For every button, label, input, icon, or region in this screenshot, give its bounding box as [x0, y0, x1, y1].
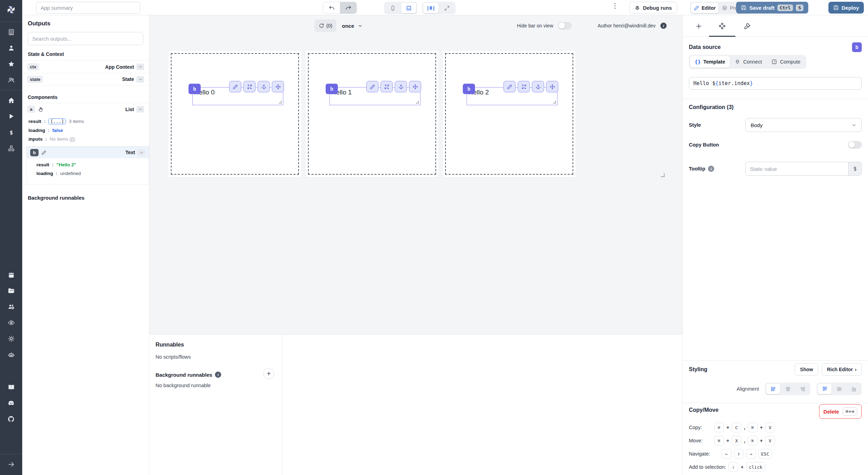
align-bottom-icon[interactable] [847, 384, 861, 394]
chevron-up-icon[interactable] [136, 106, 144, 112]
search-outputs-input[interactable] [28, 32, 143, 45]
expand-icon[interactable] [381, 81, 393, 92]
pencil-icon[interactable] [41, 150, 47, 155]
components-title: Components [22, 94, 149, 100]
rail-audit-icon[interactable] [0, 315, 22, 331]
template-tab[interactable]: {} Template [690, 56, 730, 68]
rich-editor-button[interactable]: Rich Editor › [822, 363, 862, 376]
component-id-badge[interactable]: b [189, 84, 201, 94]
center-content-button[interactable]: |0| [423, 3, 439, 13]
anchor-icon[interactable] [258, 81, 270, 92]
insert-component-tab[interactable] [689, 20, 708, 32]
rail-workspace-icon[interactable] [0, 24, 22, 40]
rail-schedules-icon[interactable] [0, 267, 22, 283]
rail-variables-icon[interactable]: $ [0, 124, 22, 140]
rail-users-group-icon[interactable] [0, 72, 22, 88]
chevron-down-icon[interactable] [136, 76, 144, 83]
desktop-view-button[interactable] [401, 3, 416, 13]
horizontal-align-group [765, 383, 810, 395]
align-left-icon[interactable] [766, 384, 780, 394]
selected-text-component[interactable]: Hello 1 b [329, 87, 420, 105]
fullwidth-button[interactable] [439, 3, 454, 13]
anchor-icon[interactable] [532, 81, 544, 92]
hide-bar-toggle[interactable] [558, 22, 572, 30]
rail-docs-book-icon[interactable] [0, 379, 22, 395]
refresh-mode-dropdown[interactable]: once [342, 19, 363, 32]
rail-expand-arrow-icon[interactable] [0, 456, 22, 472]
resize-handle[interactable] [553, 101, 556, 103]
editor-tab[interactable]: Editor [691, 3, 718, 13]
rail-settings-gear-icon[interactable] [0, 331, 22, 347]
debug-runs-button[interactable]: Debug runs [629, 2, 677, 14]
save-draft-button[interactable]: Save draft Ctrl S [736, 2, 808, 14]
canvas-resize-handle[interactable] [661, 173, 665, 177]
chevron-down-icon[interactable] [136, 64, 144, 70]
template-expression-input[interactable]: Hello ${iter.index} [689, 77, 862, 90]
list-item-card[interactable]: Hello 2 b [442, 50, 576, 177]
connect-tab[interactable]: Connect [730, 56, 767, 68]
state-row[interactable]: state State [22, 73, 149, 85]
component-b-badge: b [30, 149, 39, 156]
resize-handle[interactable] [279, 101, 282, 103]
undo-button[interactable] [323, 2, 340, 14]
component-a-row[interactable]: a List [22, 103, 149, 115]
compute-tab[interactable]: f Compute [767, 56, 805, 68]
component-id-badge[interactable]: b [326, 84, 338, 94]
rail-star-icon[interactable] [0, 56, 22, 72]
rail-user-icon[interactable] [0, 40, 22, 56]
tooltip-input[interactable] [746, 162, 848, 175]
info-icon[interactable]: i [660, 23, 667, 29]
list-item-card[interactable]: Hello 1 b [305, 50, 439, 177]
list-item-card[interactable]: Hello 0 b [168, 50, 302, 177]
mobile-view-button[interactable] [385, 3, 400, 13]
ctx-row[interactable]: ctx App Context [22, 60, 149, 73]
connect-value-button[interactable]: $ [848, 162, 861, 175]
more-menu[interactable]: ⋮ [612, 2, 617, 10]
anchor-icon[interactable] [395, 81, 407, 92]
expand-icon[interactable] [243, 81, 256, 92]
rail-github-icon[interactable] [0, 411, 22, 427]
windmill-logo-icon[interactable] [0, 0, 22, 19]
selected-text-component[interactable]: Hello 0 b [192, 87, 283, 105]
rail-home-icon[interactable] [0, 92, 22, 108]
rail-ai-robot-icon[interactable] [0, 347, 22, 362]
selected-text-component[interactable]: Hello 2 b [467, 87, 558, 105]
deploy-button[interactable]: Deploy [828, 2, 864, 14]
component-settings-tab[interactable] [712, 20, 732, 32]
expand-icon[interactable] [518, 81, 530, 92]
a-result-row[interactable]: result : [...] 3 items [22, 117, 149, 126]
app-summary-input[interactable] [36, 2, 140, 14]
component-id-badge[interactable]: b [463, 84, 475, 94]
rail-groups-icon[interactable] [0, 299, 22, 315]
info-icon[interactable]: i [708, 166, 714, 172]
show-styling-button[interactable]: Show [795, 363, 818, 376]
chevron-up-icon[interactable] [137, 149, 145, 156]
info-icon[interactable]: i [215, 372, 221, 378]
copy-button-toggle[interactable] [848, 141, 862, 149]
align-center-icon[interactable] [781, 384, 795, 394]
styling-tab[interactable] [737, 20, 757, 32]
component-b-row[interactable]: b Text [27, 147, 149, 158]
edit-pencil-icon[interactable] [503, 81, 516, 92]
move-icon[interactable] [272, 81, 284, 92]
edit-pencil-icon[interactable] [229, 81, 241, 92]
resize-handle[interactable] [416, 101, 419, 103]
style-select[interactable]: Body [745, 118, 862, 132]
align-right-icon[interactable] [795, 384, 809, 394]
refresh-all-button[interactable]: (0) [315, 19, 336, 32]
rail-folders-icon[interactable] [0, 283, 22, 299]
move-icon[interactable] [409, 81, 421, 92]
rail-runs-icon[interactable] [0, 108, 22, 124]
move-icon[interactable] [546, 81, 558, 92]
add-background-runnable-button[interactable]: + [263, 368, 274, 379]
style-setting-row: Style Body [689, 118, 862, 132]
delete-component-button[interactable]: Delete ⌘+⌫ [819, 404, 862, 419]
rail-discord-icon[interactable] [0, 395, 22, 411]
align-top-icon[interactable] [818, 384, 832, 394]
align-middle-icon[interactable] [832, 384, 846, 394]
chevron-right-icon: › [855, 367, 857, 372]
edit-pencil-icon[interactable] [366, 81, 378, 92]
redo-button[interactable] [340, 2, 357, 14]
expand-array-chip[interactable]: [...] [48, 118, 66, 124]
rail-resources-icon[interactable] [0, 140, 22, 156]
